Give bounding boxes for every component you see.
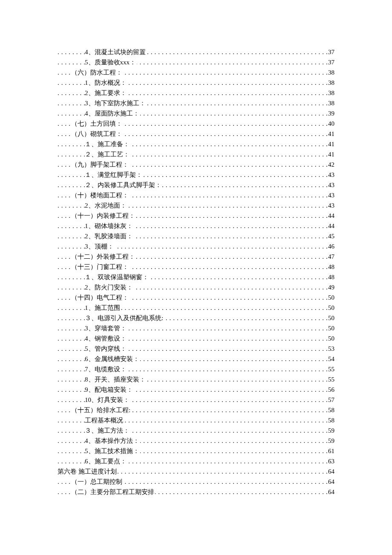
- toc-entry-label: 1、防水概况：: [85, 79, 127, 86]
- toc-entry: ........................................…: [58, 323, 334, 333]
- toc-entry-label: １、双玻保温塑钢窗：: [85, 274, 150, 280]
- toc-entry-label: 6、金属线槽安装：: [85, 356, 140, 362]
- toc-entry-label: 5、管内穿线：: [85, 345, 127, 352]
- toc-entry-label: （十五）给排水工程:: [71, 407, 131, 413]
- toc-entry-page: 50: [327, 333, 334, 344]
- toc-entry-label: 10、灯具安装：: [85, 396, 130, 403]
- toc-entry-label: 4、混凝土试块的留置: [85, 49, 147, 55]
- toc-entry-label: １、施工准备：: [85, 141, 130, 147]
- toc-entry-label: 3、穿墙套管：: [85, 325, 127, 332]
- toc-entry-page: 39: [327, 108, 334, 119]
- toc-entry-label: 9、配电箱安装：: [85, 386, 134, 393]
- toc-entry: ........................................…: [58, 78, 334, 88]
- toc-entry-label: （八）砌筑工程：: [71, 130, 123, 137]
- toc-entry: ........................................…: [58, 139, 334, 149]
- toc-entry-label: （一）总工期控制: [71, 478, 123, 485]
- toc-entry: ........................................…: [58, 47, 334, 57]
- toc-entry-page: 40: [327, 119, 334, 129]
- toc-entry: ........................................…: [58, 98, 334, 108]
- toc-entry: ........................................…: [58, 292, 334, 303]
- toc-entry: ........................................…: [58, 262, 334, 272]
- toc-entry-page: 64: [327, 477, 334, 487]
- toc-entry: ........................................…: [58, 88, 334, 98]
- toc-entry-page: 53: [327, 344, 334, 354]
- toc-entry-label: （七）土方回填：: [71, 120, 123, 127]
- toc-entry: ........................................…: [58, 415, 334, 425]
- toc-entry-label: （九）脚手架工程：: [71, 161, 130, 168]
- toc-entry-page: 59: [327, 436, 334, 446]
- toc-entry-page: 58: [327, 415, 334, 425]
- toc-entry-page: 57: [327, 395, 334, 405]
- toc-entry-page: 41: [327, 129, 334, 139]
- toc-entry: ........................................…: [58, 466, 334, 477]
- toc-entry-label: 4、屋面防水施工：: [85, 110, 140, 117]
- toc-entry-label: （十三）门窗工程：: [71, 263, 130, 270]
- toc-entry: ........................................…: [58, 333, 334, 344]
- toc-entry-page: 49: [327, 282, 334, 292]
- toc-entry-page: 43: [327, 190, 334, 200]
- toc-entry: ........................................…: [58, 456, 334, 466]
- toc-entry-label: 8、开关、插座安装：: [85, 376, 147, 383]
- toc-entry: ........................................…: [58, 211, 334, 221]
- toc-entry-page: 61: [327, 446, 334, 456]
- toc-entry-page: 50: [327, 323, 334, 333]
- toc-entry-page: 56: [327, 384, 334, 395]
- toc-entry-label: 4、钢管敷设：: [85, 335, 127, 342]
- toc-entry: ........................................…: [58, 405, 334, 415]
- toc-entry-page: 50: [327, 303, 334, 313]
- toc-entry-label: 2、水泥地面：: [85, 202, 127, 209]
- toc-entry-label: 工程基本概况: [85, 417, 124, 424]
- toc-entry-label: （十）楼地面工程：: [71, 192, 130, 199]
- toc-entry-page: 38: [327, 98, 334, 108]
- toc-entry-page: 64: [327, 466, 334, 477]
- toc-entry-label: 2、乳胶漆墙面：: [85, 233, 134, 240]
- toc-entry: ........................................…: [58, 436, 334, 446]
- toc-entry-page: 48: [327, 272, 334, 282]
- toc-entry: ........................................…: [58, 303, 334, 313]
- toc-entry-label: （十四）电气工程：: [71, 294, 130, 301]
- toc-entry: ........................................…: [58, 200, 334, 211]
- toc-entry: ........................................…: [58, 251, 334, 262]
- toc-entry: ........................................…: [58, 180, 334, 190]
- toc-entry-label: ３、施工方法：: [85, 427, 130, 434]
- toc-entry: ........................................…: [58, 282, 334, 292]
- toc-entry: ........................................…: [58, 149, 334, 159]
- toc-entry-page: 63: [327, 456, 334, 466]
- toc-page: ........................................…: [0, 0, 392, 555]
- toc-entry-page: 44: [327, 211, 334, 221]
- toc-entry-label: （十二）外装修工程：: [71, 253, 136, 260]
- toc-entry: ........................................…: [58, 57, 334, 67]
- toc-entry-page: 64: [327, 487, 334, 497]
- toc-entry-page: 37: [327, 57, 334, 67]
- toc-entry-label: 1、施工范围: [85, 304, 121, 311]
- toc-entry-label: （六）防水工程：: [71, 69, 123, 76]
- toc-entry-page: 50: [327, 292, 334, 303]
- toc-entry-label: 3、顶棚：: [85, 243, 115, 250]
- toc-entry-page: 59: [327, 425, 334, 436]
- toc-entry-page: 48: [327, 262, 334, 272]
- toc-entry: ........................................…: [58, 395, 334, 405]
- toc-entry-page: 38: [327, 78, 334, 88]
- toc-entry: ........................................…: [58, 477, 334, 487]
- toc-entry-page: 41: [327, 139, 334, 149]
- toc-entry-page: 38: [327, 88, 334, 98]
- toc-entry: ........................................…: [58, 374, 334, 384]
- toc-list: ........................................…: [58, 47, 334, 497]
- toc-entry-label: 2、防火门安装：: [85, 284, 134, 291]
- toc-entry: ........................................…: [58, 446, 334, 456]
- toc-entry: ........................................…: [58, 221, 334, 231]
- toc-entry-label: ２、内装修工具式脚手架：: [85, 182, 162, 188]
- toc-entry: ........................................…: [58, 67, 334, 78]
- toc-entry-label: 2、施工要求：: [85, 90, 127, 96]
- toc-entry: ........................................…: [58, 425, 334, 436]
- toc-entry: ........................................…: [58, 384, 334, 395]
- toc-entry: ........................................…: [58, 241, 334, 251]
- toc-entry-label: １、满堂红脚手架：: [85, 171, 143, 178]
- toc-entry-page: 37: [327, 47, 334, 57]
- toc-entry-label: （十一）内装修工程：: [71, 212, 136, 219]
- toc-entry-page: 47: [327, 251, 334, 262]
- toc-entry: ........................................…: [58, 272, 334, 282]
- toc-entry: ........................................…: [58, 364, 334, 374]
- toc-entry-page: 42: [327, 159, 334, 170]
- toc-entry-label: 6、施工要点：: [85, 458, 127, 465]
